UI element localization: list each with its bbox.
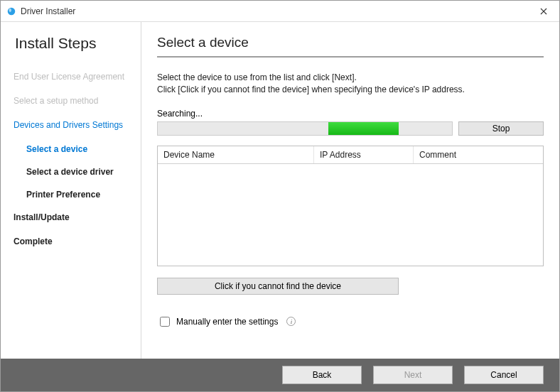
instruction-line-2: Click [Click if you cannot find the devi… bbox=[157, 84, 544, 96]
device-table[interactable]: Device Name IP Address Comment bbox=[157, 146, 544, 266]
instructions: Select the device to use from the list a… bbox=[157, 72, 544, 96]
manual-settings-row: Manually enter the settings i bbox=[157, 315, 544, 329]
step-setup-method: Select a setup method bbox=[14, 96, 131, 106]
step-complete: Complete bbox=[14, 236, 131, 246]
substep-select-device: Select a device bbox=[26, 144, 131, 154]
manual-settings-checkbox[interactable] bbox=[160, 317, 170, 327]
column-comment[interactable]: Comment bbox=[414, 146, 543, 163]
window-title: Driver Installer bbox=[21, 6, 75, 16]
table-header: Device Name IP Address Comment bbox=[158, 146, 543, 164]
cannot-find-device-button[interactable]: Click if you cannot find the device bbox=[157, 278, 399, 295]
sidebar-heading: Install Steps bbox=[15, 35, 131, 52]
main-panel: Select a device Select the device to use… bbox=[141, 22, 559, 359]
sidebar: Install Steps End User License Agreement… bbox=[1, 22, 141, 359]
svg-point-0 bbox=[8, 7, 16, 15]
table-body bbox=[158, 164, 543, 266]
back-button[interactable]: Back bbox=[282, 366, 362, 384]
search-progress-bar bbox=[157, 121, 453, 136]
next-button: Next bbox=[373, 366, 453, 384]
step-install-update: Install/Update bbox=[14, 212, 131, 222]
titlebar: Driver Installer bbox=[1, 1, 559, 22]
info-icon[interactable]: i bbox=[286, 317, 296, 326]
substep-select-driver: Select a device driver bbox=[26, 167, 131, 177]
step-eula: End User License Agreement bbox=[14, 72, 131, 82]
footer: Back Next Cancel bbox=[1, 359, 559, 391]
column-device-name[interactable]: Device Name bbox=[158, 146, 314, 163]
stop-button[interactable]: Stop bbox=[458, 121, 544, 136]
substep-printer-preference: Printer Preference bbox=[26, 190, 131, 200]
progress-indicator bbox=[328, 122, 399, 135]
instruction-line-1: Select the device to use from the list a… bbox=[157, 72, 544, 84]
close-button[interactable] bbox=[532, 4, 555, 19]
title-divider bbox=[157, 56, 544, 58]
cancel-button[interactable]: Cancel bbox=[464, 366, 544, 384]
step-devices-drivers: Devices and Drivers Settings bbox=[14, 120, 131, 130]
svg-point-1 bbox=[9, 8, 12, 11]
app-icon bbox=[6, 6, 16, 16]
manual-settings-label[interactable]: Manually enter the settings bbox=[176, 317, 278, 327]
column-ip-address[interactable]: IP Address bbox=[314, 146, 414, 163]
searching-label: Searching... bbox=[157, 109, 544, 119]
page-title: Select a device bbox=[157, 35, 544, 50]
